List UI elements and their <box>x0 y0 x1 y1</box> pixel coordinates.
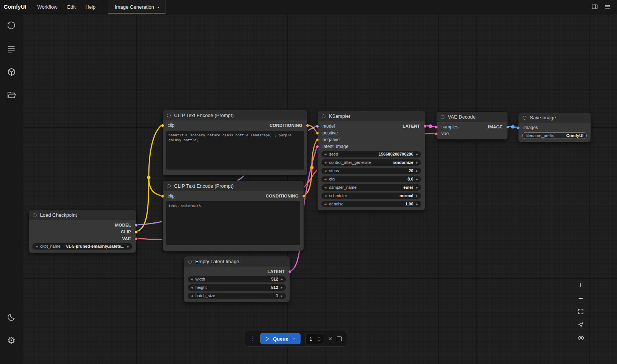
node-status-dot[interactable] <box>523 116 526 120</box>
decrement-arrow-icon[interactable]: ◀ <box>324 178 326 180</box>
node-status-dot[interactable] <box>33 213 37 217</box>
theme-toggle-moon-icon[interactable] <box>3 309 20 325</box>
increment-arrow-icon[interactable]: ▶ <box>416 170 418 172</box>
vae-input-dot[interactable] <box>435 132 438 136</box>
clip-input-dot[interactable] <box>161 124 164 127</box>
samples-input-dot[interactable] <box>435 125 438 129</box>
tab-image-generation[interactable]: Image Generation ● <box>108 0 166 14</box>
widget-batch-size[interactable]: ◀ batch_size 1 ▶ <box>188 293 286 299</box>
node-empty-latent-image[interactable]: Empty Latent Image LATENT ◀ width 512 ▶ … <box>184 256 290 302</box>
node-clip-text-encode-negative[interactable]: CLIP Text Encode (Prompt) clip CONDITION… <box>162 180 304 251</box>
node-save-image[interactable]: Save Image images filename_prefix ComfyU… <box>518 112 591 142</box>
widget-width[interactable]: ◀ width 512 ▶ <box>188 276 286 282</box>
node-clip-text-encode-positive[interactable]: CLIP Text Encode (Prompt) clip CONDITION… <box>162 110 308 176</box>
history-icon[interactable] <box>3 17 20 34</box>
node-load-checkpoint[interactable]: Load Checkpoint MODEL CLIP VAE ◀ ckpt_na… <box>28 210 136 253</box>
increment-arrow-icon[interactable]: ▶ <box>416 194 418 197</box>
decrement-arrow-icon[interactable]: ◀ <box>191 286 193 289</box>
decrement-arrow-icon[interactable]: ◀ <box>324 194 326 197</box>
negative-prompt-textarea[interactable]: text, watermark <box>166 201 300 245</box>
workflows-folder-icon[interactable] <box>3 86 20 103</box>
node-vae-decode[interactable]: VAE Decode samples IMAGE vae <box>436 111 508 140</box>
clip-output-dot[interactable] <box>134 230 138 234</box>
node-header[interactable]: CLIP Text Encode (Prompt) <box>163 110 307 120</box>
vae-output-dot[interactable] <box>134 237 138 241</box>
zoom-out-button[interactable]: − <box>576 293 586 303</box>
widget-ckpt-name[interactable]: ◀ ckpt_name v1-5-pruned-emaonly.safete..… <box>32 243 132 250</box>
decrement-arrow-icon[interactable]: ◀ <box>324 161 326 164</box>
node-ksampler[interactable]: KSampler model LATENT positive negative … <box>317 111 425 211</box>
select-mode-button[interactable] <box>576 320 586 330</box>
increment-arrow-icon[interactable]: ▶ <box>281 295 283 297</box>
negative-input-dot[interactable] <box>316 138 319 142</box>
increment-arrow-icon[interactable]: ▶ <box>416 186 418 189</box>
node-header[interactable]: KSampler <box>318 111 425 121</box>
node-status-dot[interactable] <box>167 184 171 188</box>
node-header[interactable]: Empty Latent Image <box>184 256 290 267</box>
decrement-arrow-icon[interactable]: ◀ <box>324 203 326 205</box>
zoom-in-button[interactable]: + <box>576 280 586 290</box>
app-logo[interactable]: ComfyUI <box>0 0 32 14</box>
fit-view-button[interactable] <box>576 307 586 316</box>
model-library-icon[interactable] <box>3 63 20 80</box>
positive-prompt-textarea[interactable]: beautiful scenery nature glass bottle la… <box>166 131 304 170</box>
widget-steps[interactable]: ◀ steps 20 ▶ <box>321 168 421 174</box>
widget-filename-prefix[interactable]: filename_prefix ComfyUI <box>522 132 587 139</box>
node-header[interactable]: Save Image <box>518 113 591 123</box>
conditioning-output-dot[interactable] <box>302 194 305 198</box>
widget-height[interactable]: ◀ height 512 ▶ <box>188 284 286 291</box>
node-status-dot[interactable] <box>167 114 171 117</box>
drag-handle-icon[interactable]: ⋮ <box>250 335 256 342</box>
node-header[interactable]: VAE Decode <box>437 112 507 122</box>
decrement-arrow-icon[interactable]: ◀ <box>324 170 326 172</box>
widget-cfg[interactable]: ◀ cfg 8.0 ▶ <box>321 176 421 182</box>
images-input-dot[interactable] <box>517 126 520 130</box>
decrement-arrow-icon[interactable]: ◀ <box>191 278 193 281</box>
toggle-panel-icon[interactable] <box>590 2 600 12</box>
menu-help[interactable]: Help <box>80 0 100 14</box>
increment-arrow-icon[interactable]: ▶ <box>281 278 283 281</box>
model-output-dot[interactable] <box>134 224 138 227</box>
node-header[interactable]: Load Checkpoint <box>29 210 136 220</box>
decrement-arrow-icon[interactable]: ◀ <box>191 295 193 297</box>
node-header[interactable]: CLIP Text Encode (Prompt) <box>163 181 304 191</box>
stop-icon[interactable] <box>337 336 342 341</box>
latent-output-dot[interactable] <box>423 125 427 128</box>
settings-gear-icon[interactable]: ⚙ <box>3 332 20 349</box>
widget-seed[interactable]: ◀ seed 156680208700286 ▶ <box>321 151 421 157</box>
decrement-arrow-icon[interactable]: ◀ <box>324 186 326 189</box>
node-library-icon[interactable] <box>3 40 20 57</box>
decrement-icon[interactable] <box>317 339 321 342</box>
decrement-arrow-icon[interactable]: ◀ <box>324 153 326 156</box>
decrement-arrow-icon[interactable]: ◀ <box>35 245 37 248</box>
increment-arrow-icon[interactable]: ▶ <box>416 153 418 156</box>
increment-arrow-icon[interactable]: ▶ <box>281 286 283 289</box>
chevron-down-icon[interactable] <box>291 336 296 341</box>
increment-arrow-icon[interactable]: ▶ <box>416 178 418 180</box>
widget-sampler-name[interactable]: ◀ sampler_name euler ▶ <box>321 184 421 191</box>
increment-icon[interactable] <box>317 336 321 339</box>
menu-edit[interactable]: Edit <box>62 0 80 14</box>
queue-button[interactable]: Queue <box>260 333 301 344</box>
increment-arrow-icon[interactable]: ▶ <box>416 203 418 205</box>
widget-denoise[interactable]: ◀ denoise 1.00 ▶ <box>321 201 421 207</box>
clear-queue-icon[interactable]: ✕ <box>328 336 332 342</box>
positive-input-dot[interactable] <box>316 131 319 135</box>
increment-arrow-icon[interactable]: ▶ <box>127 245 129 248</box>
image-output-dot[interactable] <box>506 125 509 129</box>
widget-scheduler[interactable]: ◀ scheduler normal ▶ <box>321 193 421 199</box>
hamburger-menu-icon[interactable] <box>603 2 612 12</box>
batch-count-input[interactable]: 1 <box>305 333 323 344</box>
widget-control-after-generate[interactable]: ◀ control_after_generate randomize ▶ <box>321 159 421 166</box>
increment-arrow-icon[interactable]: ▶ <box>416 161 418 164</box>
conditioning-output-dot[interactable] <box>306 124 309 127</box>
node-status-dot[interactable] <box>441 115 444 119</box>
toggle-link-visibility-button[interactable] <box>576 333 586 343</box>
menu-workflow[interactable]: Workflow <box>32 0 62 14</box>
model-input-dot[interactable] <box>316 125 319 128</box>
node-status-dot[interactable] <box>188 260 192 264</box>
latent-image-input-dot[interactable] <box>316 145 319 148</box>
clip-input-dot[interactable] <box>161 194 164 198</box>
latent-output-dot[interactable] <box>288 270 292 273</box>
node-status-dot[interactable] <box>322 114 325 118</box>
